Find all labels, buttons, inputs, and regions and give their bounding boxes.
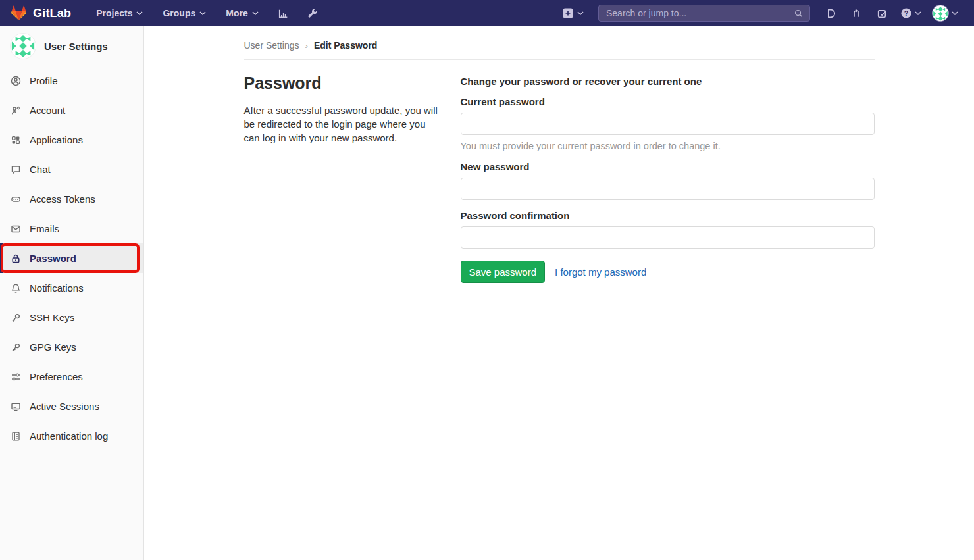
chevron-down-icon: [199, 11, 206, 15]
key-icon: [11, 342, 21, 353]
sidebar-item-profile[interactable]: Profile: [0, 66, 143, 95]
access-tokens-icon: [11, 194, 21, 205]
sidebar-item-label: Password: [30, 253, 76, 264]
sidebar-item-account[interactable]: Account: [0, 95, 143, 125]
brand-text: GitLab: [33, 7, 71, 20]
password-confirmation-label: Password confirmation: [461, 210, 875, 221]
bell-icon: [11, 283, 21, 293]
avatar: [932, 5, 949, 22]
sidebar-header: User Settings: [0, 26, 143, 66]
groups-menu-label: Groups: [163, 8, 195, 18]
sidebar-item-label: Active Sessions: [30, 401, 99, 412]
current-password-help: You must provide your current password i…: [461, 141, 875, 151]
sidebar-item-authentication-log[interactable]: Authentication log: [0, 421, 143, 451]
breadcrumb-separator: ›: [305, 41, 308, 51]
profile-icon: [11, 76, 21, 86]
form-title: Change your password or recover your cur…: [461, 76, 875, 87]
account-icon: [11, 105, 21, 116]
todos-icon[interactable]: [869, 8, 895, 19]
applications-icon: [11, 135, 21, 145]
current-password-field[interactable]: [461, 113, 875, 135]
help-menu[interactable]: ?: [895, 7, 927, 19]
global-search[interactable]: [598, 5, 810, 22]
chevron-down-icon: [952, 11, 958, 15]
monitor-icon: [11, 401, 21, 412]
sidebar-item-label: GPG Keys: [30, 342, 76, 353]
sidebar-item-label: Account: [30, 105, 65, 116]
projects-menu-label: Projects: [96, 8, 132, 18]
chat-icon: [11, 165, 21, 175]
log-icon: [11, 431, 21, 442]
breadcrumb-current: Edit Password: [314, 40, 377, 51]
section-description: After a successful password update, you …: [244, 103, 439, 145]
sidebar-item-label: Applications: [30, 134, 83, 145]
sidebar-item-label: Profile: [30, 75, 58, 86]
section-info-column: Password After a successful password upd…: [244, 72, 439, 283]
sidebar-item-label: Authentication log: [30, 430, 108, 442]
sidebar-item-label: SSH Keys: [30, 312, 74, 323]
new-password-label: New password: [461, 161, 875, 172]
sidebar-item-label: Notifications: [30, 282, 84, 293]
key-icon: [11, 313, 21, 323]
sidebar-title: User Settings: [44, 41, 108, 52]
sidebar-item-ssh-keys[interactable]: SSH Keys: [0, 303, 143, 332]
navbar-menus: Projects Groups More: [88, 4, 325, 23]
password-confirmation-field[interactable]: [461, 226, 875, 249]
svg-text:?: ?: [904, 9, 908, 17]
password-form: Change your password or recover your cur…: [461, 72, 875, 283]
chevron-down-icon: [252, 11, 259, 15]
sidebar-item-emails[interactable]: Emails: [0, 214, 143, 243]
new-item-menu[interactable]: [555, 7, 590, 19]
sidebar-item-access-tokens[interactable]: Access Tokens: [0, 184, 143, 214]
new-password-field[interactable]: [461, 178, 875, 200]
search-input[interactable]: [605, 7, 794, 19]
user-identicon-avatar: [10, 33, 36, 59]
save-password-button[interactable]: Save password: [461, 261, 546, 283]
current-password-label: Current password: [461, 96, 875, 107]
analytics-chart-icon[interactable]: [270, 4, 296, 23]
sidebar-item-chat[interactable]: Chat: [0, 155, 143, 184]
sidebar-item-preferences[interactable]: Preferences: [0, 362, 143, 392]
more-menu-label: More: [226, 8, 247, 18]
groups-menu[interactable]: Groups: [155, 4, 214, 22]
help-icon: ?: [900, 7, 912, 19]
user-menu[interactable]: [927, 5, 963, 22]
gitlab-logo[interactable]: GitLab: [11, 5, 71, 21]
sidebar-item-label: Chat: [30, 164, 51, 175]
sidebar-item-label: Preferences: [30, 371, 83, 382]
tanuki-icon: [11, 5, 27, 21]
sidebar-item-label: Emails: [30, 223, 59, 234]
sidebar-item-notifications[interactable]: Notifications: [0, 273, 143, 303]
plus-square-icon: [562, 7, 574, 19]
search-icon: [794, 9, 804, 18]
forgot-password-link[interactable]: I forgot my password: [555, 267, 646, 278]
settings-sidebar: User Settings Profile Account Applicatio…: [0, 26, 144, 560]
sliders-icon: [11, 372, 21, 382]
sidebar-item-gpg-keys[interactable]: GPG Keys: [0, 332, 143, 362]
main-content: User Settings › Edit Password Password A…: [144, 26, 974, 560]
chevron-down-icon: [915, 11, 921, 15]
sidebar-item-active-sessions[interactable]: Active Sessions: [0, 392, 143, 421]
top-navbar: GitLab Projects Groups More: [0, 0, 974, 26]
sidebar-nav: Profile Account Applications Chat Access…: [0, 66, 143, 451]
breadcrumb: User Settings › Edit Password: [244, 26, 875, 60]
merge-requests-icon[interactable]: [844, 8, 869, 19]
admin-wrench-icon[interactable]: [300, 4, 326, 23]
emails-icon: [11, 224, 21, 234]
sidebar-item-applications[interactable]: Applications: [0, 125, 143, 155]
navbar-right: ?: [555, 5, 963, 22]
projects-menu[interactable]: Projects: [88, 4, 151, 22]
issues-icon[interactable]: [818, 8, 844, 19]
more-menu[interactable]: More: [218, 4, 266, 22]
chevron-down-icon: [577, 11, 584, 15]
lock-icon: [11, 253, 21, 264]
page-title: Password: [244, 74, 439, 93]
breadcrumb-user-settings-link[interactable]: User Settings: [244, 40, 299, 51]
chevron-down-icon: [136, 11, 143, 15]
sidebar-item-label: Access Tokens: [30, 193, 95, 205]
sidebar-item-password[interactable]: Password: [0, 243, 143, 273]
